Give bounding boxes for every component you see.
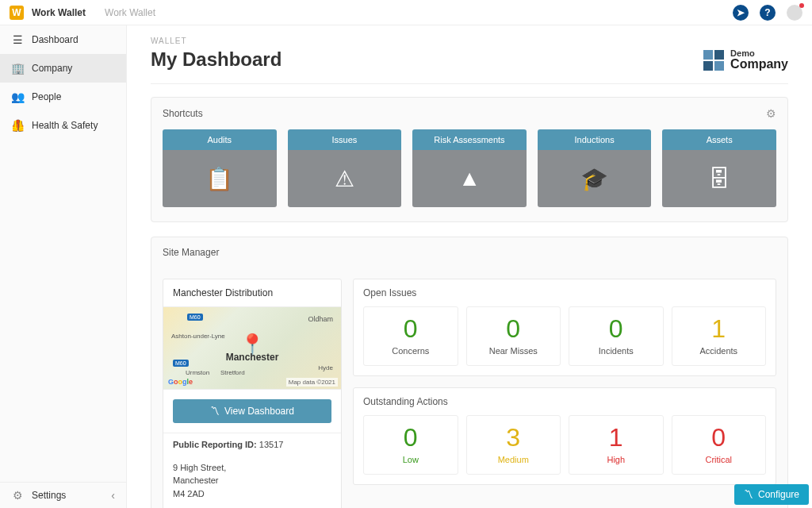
stat-label: Concerns — [367, 346, 454, 356]
chevron-left-icon[interactable]: ‹ — [111, 489, 115, 502]
page-prehead: WALLET — [151, 37, 282, 45]
view-dashboard-label: View Dashboard — [224, 406, 294, 417]
stat-value: 3 — [470, 424, 557, 452]
reporting-id-value: 13517 — [259, 440, 284, 449]
list-icon: ☰ — [11, 33, 24, 46]
stat-label: Incidents — [573, 346, 660, 356]
sidebar-settings[interactable]: ⚙ Settings ‹ — [0, 482, 126, 508]
sidebar-item-label: People — [32, 91, 61, 102]
shortcut-label: Risk Assessments — [412, 129, 527, 150]
sidebar-item-label: Company — [32, 63, 72, 74]
site-manager-panel: Site Manager Manchester Distribution M60… — [151, 237, 788, 508]
open-issues-panel: Open Issues 0Concerns0Near Misses0Incide… — [353, 279, 776, 376]
address-line: M4 2AD — [173, 487, 331, 501]
shortcut-issues[interactable]: Issues⚠ — [288, 129, 402, 207]
stat-box-concerns[interactable]: 0Concerns — [363, 306, 458, 366]
app-logo: W — [10, 6, 24, 20]
vest-icon: 🦺 — [11, 119, 24, 132]
shortcut-label: Assets — [662, 129, 776, 150]
stat-label: Medium — [470, 455, 557, 464]
map-place: Urmston — [186, 369, 209, 376]
company-name-line2: Company — [730, 58, 788, 71]
sidebar-item-company[interactable]: 🏢 Company — [0, 54, 126, 83]
stat-box-incidents[interactable]: 0Incidents — [569, 306, 664, 366]
address-line: 9 High Street, — [173, 461, 331, 475]
stat-box-near-misses[interactable]: 0Near Misses — [466, 306, 561, 366]
stat-box-accidents[interactable]: 1Accidents — [672, 306, 767, 366]
gear-icon[interactable]: ⚙ — [766, 107, 776, 120]
sidebar: ☰ Dashboard 🏢 Company 👥 People 🦺 Health … — [0, 25, 127, 508]
sidebar-item-dashboard[interactable]: ☰ Dashboard — [0, 25, 126, 54]
settings-label: Settings — [32, 490, 66, 501]
stat-label: High — [573, 455, 660, 464]
shortcut-audits[interactable]: Audits📋 — [163, 129, 277, 207]
shortcut-label: Inductions — [538, 129, 652, 150]
main-content: WALLET My Dashboard Demo Company Shortcu… — [127, 25, 812, 508]
shortcut-label: Issues — [288, 129, 402, 150]
chart-icon: 〽 — [744, 489, 753, 500]
shortcut-assets[interactable]: Assets🗄 — [662, 129, 776, 207]
stat-value: 0 — [367, 315, 454, 343]
stat-label: Critical — [676, 455, 763, 464]
clipboard-icon: 📋 — [205, 166, 233, 192]
shortcuts-heading: Shortcuts — [163, 108, 203, 119]
avatar[interactable] — [787, 5, 802, 21]
site-card: Manchester Distribution M60 M60 Oldham A… — [163, 279, 342, 508]
stat-box-low[interactable]: 0Low — [363, 415, 458, 475]
shortcut-risk-assessments[interactable]: Risk Assessments▲ — [412, 129, 527, 207]
site-manager-heading: Site Manager — [163, 247, 219, 258]
shortcut-label: Audits — [163, 129, 277, 150]
page-title: My Dashboard — [151, 48, 282, 71]
site-name: Manchester Distribution — [163, 279, 341, 307]
sidebar-item-label: Dashboard — [32, 34, 79, 45]
app-name: Work Wallet — [32, 7, 86, 18]
stat-box-critical[interactable]: 0Critical — [672, 415, 767, 475]
map-attribution: Map data ©2021 — [286, 378, 338, 387]
open-issues-heading: Open Issues — [363, 287, 766, 298]
view-dashboard-button[interactable]: 〽 View Dashboard — [173, 399, 331, 423]
address-line: Manchester — [173, 474, 331, 487]
people-icon: 👥 — [11, 90, 24, 103]
reporting-id-label: Public Reporting ID: — [173, 440, 257, 449]
stat-label: Near Misses — [470, 346, 557, 356]
nav-icon[interactable]: ➤ — [733, 5, 749, 21]
stat-box-medium[interactable]: 3Medium — [466, 415, 561, 475]
cone-icon: ▲ — [458, 166, 481, 191]
warning-icon: ⚠ — [335, 166, 354, 192]
stat-label: Accidents — [676, 346, 763, 356]
sidebar-item-label: Health & Safety — [32, 120, 98, 131]
outstanding-actions-heading: Outstanding Actions — [363, 396, 766, 407]
company-logo: Demo Company — [703, 49, 788, 71]
stat-value: 0 — [470, 315, 557, 343]
configure-label: Configure — [758, 489, 799, 500]
breadcrumb[interactable]: Work Wallet — [105, 7, 155, 18]
shortcut-inductions[interactable]: Inductions🎓 — [538, 129, 652, 207]
stat-value: 1 — [573, 424, 660, 452]
company-logo-mark — [703, 50, 724, 71]
stat-box-high[interactable]: 1High — [569, 415, 664, 475]
stat-value: 0 — [367, 424, 454, 452]
stat-value: 1 — [676, 315, 763, 343]
shortcuts-panel: Shortcuts ⚙ Audits📋Issues⚠Risk Assessmen… — [151, 97, 788, 222]
stat-value: 0 — [573, 315, 660, 343]
google-logo: Google — [168, 378, 193, 386]
stat-label: Low — [367, 455, 454, 464]
map-city-label: Manchester — [226, 352, 279, 363]
sidebar-item-health-safety[interactable]: 🦺 Health & Safety — [0, 111, 126, 140]
site-map[interactable]: M60 M60 Oldham Ashton-under-Lyne Urmston… — [163, 307, 341, 390]
education-icon: 🎓 — [580, 166, 608, 192]
archive-icon: 🗄 — [708, 166, 730, 192]
stat-value: 0 — [676, 424, 763, 452]
topbar: W Work Wallet Work Wallet ➤ ? — [0, 0, 812, 25]
building-icon: 🏢 — [11, 62, 24, 75]
chart-icon: 〽 — [210, 406, 220, 417]
sidebar-item-people[interactable]: 👥 People — [0, 83, 126, 111]
map-place: Hyde — [318, 364, 333, 371]
map-place: Oldham — [308, 315, 333, 323]
outstanding-actions-panel: Outstanding Actions 0Low3Medium1High0Cri… — [353, 387, 776, 485]
help-icon[interactable]: ? — [760, 5, 776, 21]
map-place: Ashton-under-Lyne — [171, 333, 225, 340]
configure-button[interactable]: 〽 Configure — [734, 484, 809, 505]
gear-icon: ⚙ — [11, 489, 24, 502]
map-place: Stretford — [220, 369, 245, 376]
